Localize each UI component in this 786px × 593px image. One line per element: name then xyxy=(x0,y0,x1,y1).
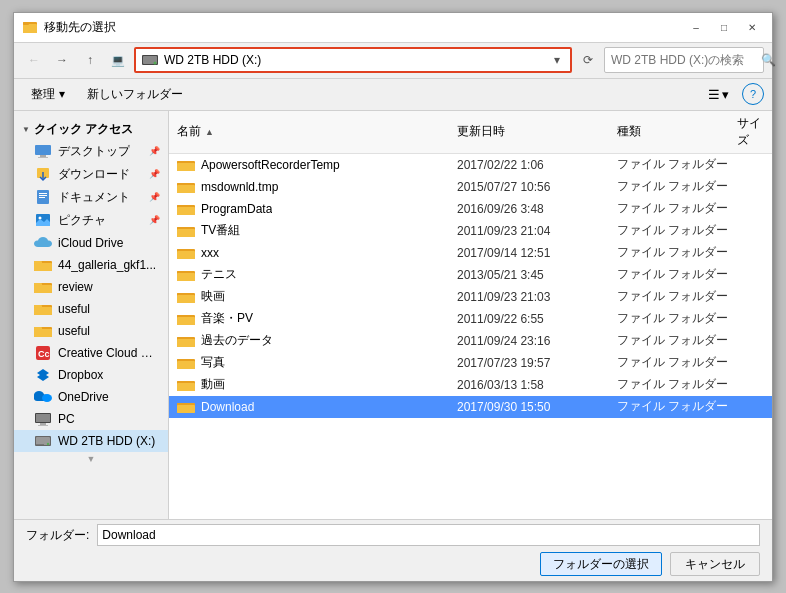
sidebar-item-dropbox[interactable]: Dropbox xyxy=(14,364,168,386)
table-row[interactable]: 映画2011/09/23 21:03ファイル フォルダー xyxy=(169,286,772,308)
file-type: ファイル フォルダー xyxy=(617,398,737,415)
file-type: ファイル フォルダー xyxy=(617,376,737,393)
title-controls: – □ ✕ xyxy=(684,17,764,37)
sidebar-item-desktop[interactable]: デスクトップ📌 xyxy=(14,140,168,163)
sidebar-item-pictures[interactable]: ピクチャ📌 xyxy=(14,209,168,232)
cancel-button[interactable]: キャンセル xyxy=(670,552,760,576)
sidebar-item-documents[interactable]: ドキュメント📌 xyxy=(14,186,168,209)
view-button[interactable]: ☰ ▾ xyxy=(701,82,736,106)
sidebar-label-pc: PC xyxy=(58,412,75,426)
help-button[interactable]: ? xyxy=(742,83,764,105)
sort-arrow-icon: ▲ xyxy=(205,127,214,137)
sidebar-item-onedrive[interactable]: OneDrive xyxy=(14,386,168,408)
sidebar-item-pc[interactable]: PC xyxy=(14,408,168,430)
sidebar-item-useful1[interactable]: useful xyxy=(14,298,168,320)
file-name-text: ApowersoftRecorderTemp xyxy=(201,158,340,172)
pin-icon: 📌 xyxy=(149,192,160,202)
address-input[interactable] xyxy=(164,53,548,67)
svg-rect-65 xyxy=(177,317,195,325)
folder-input[interactable] xyxy=(97,524,760,546)
sidebar-label-wd: WD 2TB HDD (X:) xyxy=(58,434,155,448)
organize-label: 整理 xyxy=(31,86,55,103)
back-button[interactable]: ← xyxy=(22,48,46,72)
svg-rect-8 xyxy=(38,157,48,158)
svg-rect-1 xyxy=(23,24,37,33)
file-name-cell: 動画 xyxy=(177,376,457,393)
col-name-header[interactable]: 名前 ▲ xyxy=(177,123,457,140)
action-bar: 整理 ▾ 新しいフォルダー ☰ ▾ ? xyxy=(14,79,772,111)
quick-access-header[interactable]: ▼ クイック アクセス xyxy=(14,119,168,140)
cancel-label: キャンセル xyxy=(685,557,745,571)
search-input[interactable] xyxy=(611,53,761,67)
quick-access-chevron: ▼ xyxy=(22,125,30,134)
close-button[interactable]: ✕ xyxy=(740,17,764,37)
sidebar-item-icloud[interactable]: iCloud Drive xyxy=(14,232,168,254)
sidebar-item-wd[interactable]: WD 2TB HDD (X:) xyxy=(14,430,168,452)
forward-button[interactable]: → xyxy=(50,48,74,72)
table-row[interactable]: 過去のデータ2011/09/24 23:16ファイル フォルダー xyxy=(169,330,772,352)
table-row[interactable]: ApowersoftRecorderTemp2017/02/22 1:06ファイ… xyxy=(169,154,772,176)
file-date: 2017/09/14 12:51 xyxy=(457,246,617,260)
svg-rect-71 xyxy=(177,361,195,369)
table-row[interactable]: Download2017/09/30 15:50ファイル フォルダー xyxy=(169,396,772,418)
col-date-header[interactable]: 更新日時 xyxy=(457,123,617,140)
sidebar-icon-desktop xyxy=(34,143,52,159)
table-row[interactable]: 写真2017/07/23 19:57ファイル フォルダー xyxy=(169,352,772,374)
col-type-header[interactable]: 種類 xyxy=(617,123,737,140)
folder-icon xyxy=(177,179,195,195)
sidebar-item-review[interactable]: review xyxy=(14,276,168,298)
folder-icon xyxy=(177,333,195,349)
sidebar-item-download[interactable]: ダウンロード📌 xyxy=(14,163,168,186)
folder-icon xyxy=(177,289,195,305)
table-row[interactable]: TV番組2011/09/23 21:04ファイル フォルダー xyxy=(169,220,772,242)
col-size-header[interactable]: サイズ xyxy=(737,115,764,149)
table-row[interactable]: msdownld.tmp2015/07/27 10:56ファイル フォルダー xyxy=(169,176,772,198)
table-row[interactable]: xxx2017/09/14 12:51ファイル フォルダー xyxy=(169,242,772,264)
sidebar-item-cc[interactable]: CcCreative Cloud Fil... xyxy=(14,342,168,364)
new-folder-button[interactable]: 新しいフォルダー xyxy=(78,82,192,106)
organize-button[interactable]: 整理 ▾ xyxy=(22,82,74,106)
sidebar-item-useful2[interactable]: useful xyxy=(14,320,168,342)
scroll-indicator: ▼ xyxy=(14,452,168,466)
file-type: ファイル フォルダー xyxy=(617,178,737,195)
up-button[interactable]: ↑ xyxy=(78,48,102,72)
sidebar-label-desktop: デスクトップ xyxy=(58,143,130,160)
folder-icon xyxy=(177,355,195,371)
view-list-icon: ☰ xyxy=(708,87,720,102)
svg-point-33 xyxy=(42,394,52,402)
svg-rect-74 xyxy=(177,383,195,391)
sidebar-icon-onedrive xyxy=(34,389,52,405)
table-row[interactable]: ProgramData2016/09/26 3:48ファイル フォルダー xyxy=(169,198,772,220)
sidebar-items-container: デスクトップ📌ダウンロード📌ドキュメント📌ピクチャ📌iCloud Drive44… xyxy=(14,140,168,452)
select-folder-button[interactable]: フォルダーの選択 xyxy=(540,552,662,576)
file-type: ファイル フォルダー xyxy=(617,332,737,349)
svg-point-40 xyxy=(47,442,49,444)
address-dropdown-button[interactable]: ▾ xyxy=(548,48,566,72)
file-name-text: 映画 xyxy=(201,288,225,305)
pin-icon: 📌 xyxy=(149,215,160,225)
table-row[interactable]: 音楽・PV2011/09/22 6:55ファイル フォルダー xyxy=(169,308,772,330)
file-type: ファイル フォルダー xyxy=(617,288,737,305)
svg-rect-14 xyxy=(39,197,45,198)
sidebar-label-documents: ドキュメント xyxy=(58,189,130,206)
minimize-button[interactable]: – xyxy=(684,17,708,37)
bottom-bar: フォルダー: フォルダーの選択 キャンセル xyxy=(14,519,772,581)
pin-icon: 📌 xyxy=(149,169,160,179)
dialog-window: 移動先の選択 – □ ✕ ← → ↑ 💻 ▾ ⟳ 🔍 xyxy=(13,12,773,582)
table-row[interactable]: 動画2016/03/13 1:58ファイル フォルダー xyxy=(169,374,772,396)
refresh-button[interactable]: ⟳ xyxy=(576,48,600,72)
table-row[interactable]: テニス2013/05/21 3:45ファイル フォルダー xyxy=(169,264,772,286)
file-name-text: Download xyxy=(201,400,254,414)
file-name-text: msdownld.tmp xyxy=(201,180,278,194)
drive-icon-btn[interactable]: 💻 xyxy=(106,48,130,72)
search-bar: 🔍 xyxy=(604,47,764,73)
search-icon[interactable]: 🔍 xyxy=(761,53,776,67)
file-list-header: 名前 ▲ 更新日時 種類 サイズ xyxy=(169,111,772,154)
file-name-text: テニス xyxy=(201,266,237,283)
file-date: 2017/09/30 15:50 xyxy=(457,400,617,414)
sidebar-item-galleria[interactable]: 44_galleria_gkf1... xyxy=(14,254,168,276)
file-type: ファイル フォルダー xyxy=(617,266,737,283)
file-name-text: xxx xyxy=(201,246,219,260)
maximize-button[interactable]: □ xyxy=(712,17,736,37)
file-date: 2017/02/22 1:06 xyxy=(457,158,617,172)
